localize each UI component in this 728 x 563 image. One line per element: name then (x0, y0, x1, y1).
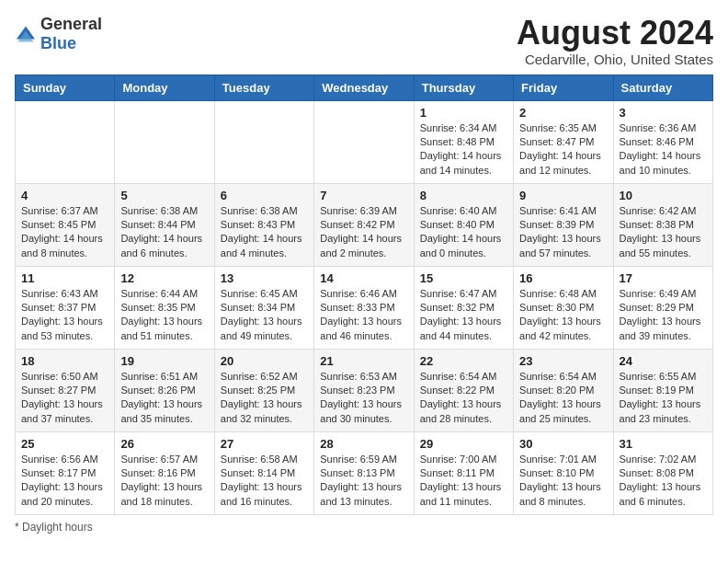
cell-content: Sunset: 8:44 PM (120, 218, 208, 232)
day-number: 29 (420, 437, 507, 451)
calendar-cell (115, 100, 214, 183)
page-header: General Blue August 2024 Cedarville, Ohi… (15, 15, 713, 67)
cell-content: Sunrise: 6:54 AM (519, 370, 607, 384)
calendar-header-day: Wednesday (314, 75, 414, 100)
day-number: 2 (519, 106, 607, 120)
day-number: 27 (221, 437, 308, 451)
cell-content: Sunrise: 6:34 AM (420, 121, 507, 135)
cell-content: Daylight: 13 hours and 8 minutes. (519, 480, 607, 509)
calendar-cell: 26Sunrise: 6:57 AMSunset: 8:16 PMDayligh… (115, 431, 214, 514)
cell-content: Sunrise: 6:40 AM (420, 204, 507, 218)
cell-content: Sunrise: 6:49 AM (620, 287, 707, 301)
cell-content: Sunset: 8:37 PM (21, 301, 108, 315)
calendar-header-day: Monday (115, 75, 214, 100)
location: Cedarville, Ohio, United States (517, 52, 713, 67)
calendar-cell: 11Sunrise: 6:43 AMSunset: 8:37 PMDayligh… (16, 266, 115, 349)
calendar-cell: 8Sunrise: 6:40 AMSunset: 8:40 PMDaylight… (414, 183, 513, 266)
day-number: 8 (420, 189, 507, 202)
calendar-cell: 6Sunrise: 6:38 AMSunset: 8:43 PMDaylight… (214, 183, 313, 266)
calendar-cell: 21Sunrise: 6:53 AMSunset: 8:23 PMDayligh… (314, 349, 414, 431)
cell-content: Sunrise: 6:38 AM (120, 204, 208, 218)
day-number: 23 (519, 354, 607, 368)
cell-content: Sunset: 8:33 PM (320, 301, 407, 315)
cell-content: Sunset: 8:39 PM (519, 218, 607, 232)
cell-content: Sunrise: 6:51 AM (120, 370, 208, 384)
cell-content: Sunset: 8:43 PM (221, 218, 308, 232)
calendar-cell: 28Sunrise: 6:59 AMSunset: 8:13 PMDayligh… (314, 431, 414, 514)
calendar-cell: 16Sunrise: 6:48 AMSunset: 8:30 PMDayligh… (514, 266, 613, 349)
calendar-cell: 18Sunrise: 6:50 AMSunset: 8:27 PMDayligh… (16, 349, 115, 431)
calendar-cell: 20Sunrise: 6:52 AMSunset: 8:25 PMDayligh… (214, 349, 313, 431)
cell-content: Sunrise: 6:59 AM (320, 453, 407, 466)
cell-content: Sunset: 8:22 PM (420, 384, 507, 397)
calendar-cell: 22Sunrise: 6:54 AMSunset: 8:22 PMDayligh… (414, 349, 513, 431)
calendar-cell (16, 100, 115, 183)
cell-content: Sunrise: 6:48 AM (519, 287, 607, 301)
cell-content: Daylight: 13 hours and 49 minutes. (221, 315, 308, 343)
day-number: 24 (620, 354, 707, 368)
day-number: 7 (320, 189, 407, 202)
calendar-header-day: Sunday (16, 75, 115, 100)
cell-content: Sunset: 8:20 PM (519, 384, 607, 397)
cell-content: Sunrise: 6:46 AM (320, 287, 407, 301)
calendar-cell: 7Sunrise: 6:39 AMSunset: 8:42 PMDaylight… (314, 183, 414, 266)
cell-content: Sunset: 8:08 PM (620, 466, 707, 480)
cell-content: Sunset: 8:23 PM (320, 384, 407, 397)
cell-content: Sunrise: 6:55 AM (620, 370, 707, 384)
cell-content: Sunset: 8:16 PM (120, 466, 208, 480)
day-number: 22 (420, 354, 507, 368)
day-number: 9 (519, 189, 607, 202)
logo-general: General (40, 15, 102, 33)
calendar-cell: 13Sunrise: 6:45 AMSunset: 8:34 PMDayligh… (214, 266, 313, 349)
cell-content: Daylight: 13 hours and 44 minutes. (420, 315, 507, 343)
cell-content: Sunset: 8:10 PM (519, 466, 607, 480)
cell-content: Sunset: 8:11 PM (420, 466, 507, 480)
day-number: 10 (620, 189, 707, 202)
cell-content: Daylight: 14 hours and 10 minutes. (620, 149, 707, 178)
cell-content: Sunrise: 6:57 AM (120, 453, 208, 466)
cell-content: Sunset: 8:40 PM (420, 218, 507, 232)
day-number: 11 (21, 271, 108, 285)
calendar-cell: 9Sunrise: 6:41 AMSunset: 8:39 PMDaylight… (514, 183, 613, 266)
calendar-cell: 15Sunrise: 6:47 AMSunset: 8:32 PMDayligh… (414, 266, 513, 349)
cell-content: Daylight: 13 hours and 51 minutes. (120, 315, 208, 343)
calendar-header-day: Thursday (414, 75, 513, 100)
cell-content: Sunset: 8:13 PM (320, 466, 407, 480)
calendar-header-day: Friday (514, 75, 613, 100)
day-number: 20 (221, 354, 308, 368)
cell-content: Sunrise: 6:39 AM (320, 204, 407, 218)
cell-content: Daylight: 14 hours and 6 minutes. (120, 232, 208, 260)
calendar-table: SundayMondayTuesdayWednesdayThursdayFrid… (15, 75, 713, 515)
day-number: 19 (120, 354, 208, 368)
logo-text: General Blue (40, 15, 102, 53)
day-number: 3 (620, 106, 707, 120)
cell-content: Sunset: 8:46 PM (620, 135, 707, 149)
cell-content: Daylight: 13 hours and 11 minutes. (420, 480, 507, 509)
cell-content: Daylight: 13 hours and 16 minutes. (221, 480, 308, 509)
calendar-cell: 27Sunrise: 6:58 AMSunset: 8:14 PMDayligh… (214, 431, 313, 514)
calendar-cell: 25Sunrise: 6:56 AMSunset: 8:17 PMDayligh… (16, 431, 115, 514)
calendar-cell (314, 100, 414, 183)
calendar-cell: 24Sunrise: 6:55 AMSunset: 8:19 PMDayligh… (613, 349, 712, 431)
cell-content: Daylight: 13 hours and 57 minutes. (519, 232, 607, 260)
cell-content: Sunset: 8:35 PM (120, 301, 208, 315)
calendar-cell: 23Sunrise: 6:54 AMSunset: 8:20 PMDayligh… (514, 349, 613, 431)
cell-content: Daylight: 13 hours and 23 minutes. (620, 397, 707, 426)
cell-content: Daylight: 13 hours and 42 minutes. (519, 315, 607, 343)
calendar-header-day: Tuesday (214, 75, 313, 100)
cell-content: Sunrise: 6:41 AM (519, 204, 607, 218)
day-number: 4 (21, 189, 108, 202)
calendar-week-row: 11Sunrise: 6:43 AMSunset: 8:37 PMDayligh… (16, 266, 713, 349)
cell-content: Sunset: 8:42 PM (320, 218, 407, 232)
month-year: August 2024 (517, 15, 713, 52)
cell-content: Sunrise: 6:45 AM (221, 287, 308, 301)
cell-content: Daylight: 14 hours and 8 minutes. (21, 232, 108, 260)
calendar-cell: 4Sunrise: 6:37 AMSunset: 8:45 PMDaylight… (16, 183, 115, 266)
cell-content: Sunrise: 6:38 AM (221, 204, 308, 218)
cell-content: Sunset: 8:26 PM (120, 384, 208, 397)
cell-content: Daylight: 13 hours and 46 minutes. (320, 315, 407, 343)
cell-content: Daylight: 13 hours and 28 minutes. (420, 397, 507, 426)
cell-content: Daylight: 13 hours and 25 minutes. (519, 397, 607, 426)
cell-content: Daylight: 13 hours and 13 minutes. (320, 480, 407, 509)
cell-content: Sunset: 8:27 PM (21, 384, 108, 397)
